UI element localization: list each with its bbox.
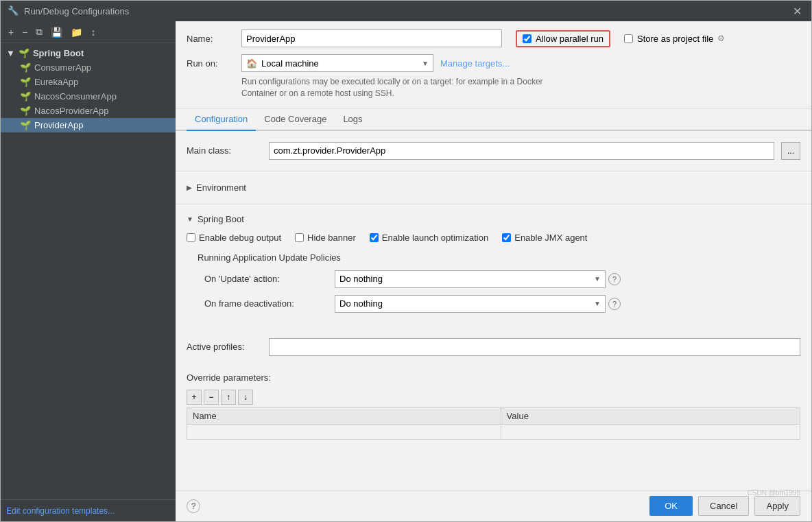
expand-icon: ▼ — [6, 48, 15, 58]
frame-deactivation-label: On frame deactivation: — [204, 298, 328, 309]
dialog-icon: 🔧 — [8, 5, 19, 16]
bottom-left: ? — [187, 499, 200, 513]
frame-deactivation-help-icon[interactable]: ? — [608, 298, 621, 310]
tree-item-eureka-app[interactable]: 🌱 EurekaApp — [1, 75, 176, 89]
override-name-cell — [187, 424, 501, 439]
update-action-select[interactable]: Do nothing ▼ — [335, 270, 606, 288]
sidebar: + − ⧉ 💾 📁 ↕ ▼ 🌱 Spring Boot 🌱 ConsumerAp… — [1, 21, 176, 521]
override-move-up-button[interactable]: ↑ — [221, 390, 236, 405]
run-on-select[interactable]: 🏠 Local machine ▼ — [241, 54, 433, 72]
tree-item-nacos-provider-app[interactable]: 🌱 NacosProviderApp — [1, 104, 176, 118]
override-value-cell — [501, 424, 800, 439]
tree-item-nacos-consumer-app[interactable]: 🌱 NacosConsumerApp — [1, 89, 176, 104]
hide-banner-item: Hide banner — [295, 233, 356, 243]
hide-banner-checkbox[interactable] — [295, 233, 304, 242]
ok-button[interactable]: OK — [649, 496, 693, 516]
override-col-value: Value — [501, 407, 800, 424]
spring-boot-expand-icon: ▼ — [187, 215, 193, 223]
update-policies-title: Running Application Update Policies — [198, 248, 789, 267]
sort-config-button[interactable]: ↕ — [87, 25, 99, 40]
spring-boot-header[interactable]: ▼ Spring Boot — [187, 211, 800, 230]
override-move-down-button[interactable]: ↓ — [238, 390, 253, 405]
store-project-checkbox[interactable] — [624, 34, 633, 43]
enable-jmx-label: Enable JMX agent — [514, 233, 587, 243]
tree-item-provider-app[interactable]: 🌱 ProviderApp — [1, 118, 176, 132]
frame-deactivation-select-wrap: Do nothing ▼ ? — [335, 295, 621, 313]
enable-jmx-checkbox[interactable] — [502, 233, 511, 242]
environment-section: ▶ Environment — [176, 171, 811, 204]
main-content: + − ⧉ 💾 📁 ↕ ▼ 🌱 Spring Boot 🌱 ConsumerAp… — [1, 21, 811, 521]
allow-parallel-checkbox[interactable] — [523, 34, 532, 43]
enable-launch-item: Enable launch optimization — [370, 233, 488, 243]
add-config-button[interactable]: + — [5, 25, 17, 40]
watermark: CSDN @bm1998 — [748, 489, 800, 497]
enable-debug-item: Enable debug output — [187, 233, 281, 243]
allow-parallel-label: Allow parallel run — [536, 34, 604, 44]
spring-app-icon: 🌱 — [20, 106, 31, 116]
frame-deactivation-value: Do nothing — [339, 298, 383, 309]
copy-config-button[interactable]: ⧉ — [32, 24, 46, 40]
save-config-button[interactable]: 💾 — [47, 25, 66, 40]
table-row — [187, 424, 800, 439]
spring-app-icon: 🌱 — [20, 77, 31, 87]
remove-config-button[interactable]: − — [19, 25, 31, 40]
tab-bar: Configuration Code Coverage Logs — [176, 108, 811, 131]
manage-targets-link[interactable]: Manage targets... — [440, 58, 510, 69]
bottom-right: OK Cancel Apply — [649, 496, 800, 516]
enable-debug-checkbox[interactable] — [187, 233, 195, 242]
override-params-label: Override parameters: — [187, 372, 271, 383]
tree-item-label: NacosConsumerApp — [34, 91, 117, 102]
spring-boot-label: Spring Boot — [198, 214, 244, 224]
hide-banner-label: Hide banner — [307, 233, 356, 243]
spring-boot-options-row: Enable debug output Hide banner Enable l… — [187, 230, 800, 248]
run-on-description: Run configurations may be executed local… — [241, 76, 543, 99]
dialog-title: Run/Debug Configurations — [24, 6, 129, 16]
cancel-button[interactable]: Cancel — [698, 496, 749, 516]
tree-group-spring-boot[interactable]: ▼ 🌱 Spring Boot — [1, 46, 176, 60]
help-button[interactable]: ? — [187, 499, 200, 513]
update-policies-section: Running Application Update Policies On '… — [187, 248, 800, 323]
folder-config-button[interactable]: 📁 — [67, 25, 86, 40]
bottom-bar: ? OK Cancel Apply — [176, 490, 811, 521]
frame-deactivation-select[interactable]: Do nothing ▼ — [335, 295, 606, 313]
store-project-container: Store as project file ⚙ — [624, 34, 725, 44]
tree-item-label: ConsumerApp — [34, 62, 91, 73]
group-label: Spring Boot — [33, 48, 84, 58]
close-button[interactable]: ✕ — [790, 5, 804, 18]
update-action-value: Do nothing — [339, 274, 383, 284]
main-class-section: Main class: ... — [176, 131, 811, 171]
tree-item-label: ProviderApp — [34, 120, 84, 130]
edit-templates-link[interactable]: Edit configuration templates... — [6, 506, 115, 516]
environment-expand-icon: ▶ — [187, 184, 192, 191]
config-header: Name: Allow parallel run Store as projec… — [176, 21, 811, 108]
main-class-label: Main class: — [187, 145, 262, 156]
title-bar-left: 🔧 Run/Debug Configurations — [8, 5, 129, 16]
title-bar: 🔧 Run/Debug Configurations ✕ — [1, 1, 811, 21]
tab-code-coverage[interactable]: Code Coverage — [256, 108, 335, 131]
enable-launch-checkbox[interactable] — [370, 233, 379, 242]
main-class-input[interactable] — [269, 142, 774, 160]
tree-item-consumer-app[interactable]: 🌱 ConsumerApp — [1, 60, 176, 75]
name-input[interactable] — [241, 29, 502, 47]
name-label: Name: — [187, 34, 235, 44]
store-project-label: Store as project file — [637, 34, 713, 44]
environment-header[interactable]: ▶ Environment — [187, 178, 800, 197]
override-section: Override parameters: + − ↑ ↓ Name Value — [176, 364, 811, 444]
update-action-help-icon[interactable]: ? — [608, 273, 621, 285]
home-icon: 🏠 — [246, 58, 257, 69]
tab-logs[interactable]: Logs — [335, 108, 370, 131]
spring-boot-section: ▼ Spring Boot Enable debug output Hide b… — [176, 204, 811, 330]
override-header-row: Override parameters: — [187, 368, 800, 387]
override-remove-button[interactable]: − — [204, 390, 219, 405]
override-col-name: Name — [187, 407, 501, 424]
apply-button[interactable]: Apply — [754, 496, 800, 516]
spring-app-icon: 🌱 — [20, 91, 31, 102]
main-class-browse-button[interactable]: ... — [781, 142, 800, 160]
run-on-label: Run on: — [187, 58, 235, 69]
active-profiles-row: Active profiles: — [187, 334, 800, 360]
update-action-label: On 'Update' action: — [204, 274, 328, 284]
store-project-gear-icon[interactable]: ⚙ — [717, 34, 725, 43]
active-profiles-input[interactable] — [269, 338, 800, 356]
override-add-button[interactable]: + — [187, 390, 202, 405]
tab-configuration[interactable]: Configuration — [187, 108, 256, 131]
